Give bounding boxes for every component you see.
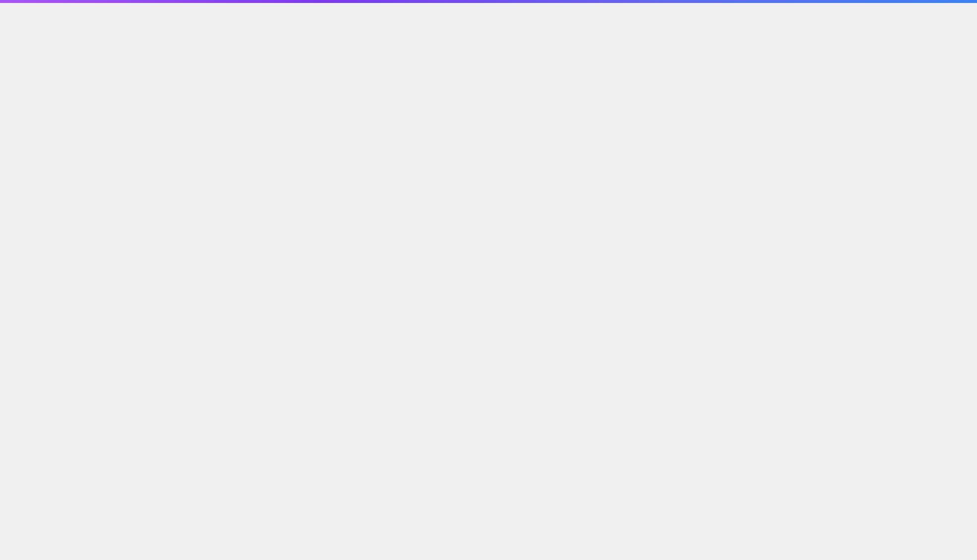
top-gradient-bar (0, 0, 977, 3)
